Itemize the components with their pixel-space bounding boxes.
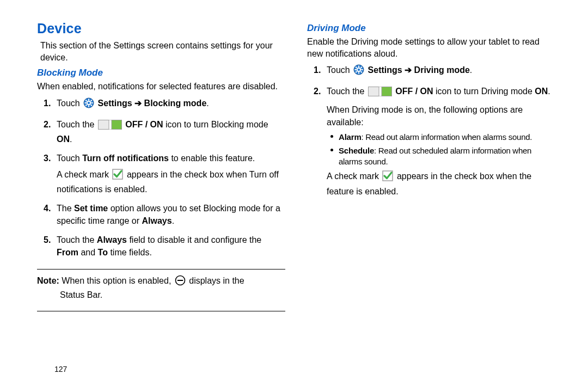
step-bold: OFF / ON (395, 87, 433, 96)
option-name: Schedule (339, 146, 374, 155)
step-text: . (206, 99, 209, 108)
step-text: Touch the (327, 87, 367, 96)
note-divider-top (37, 269, 285, 270)
step-bold: OFF / ON (125, 120, 163, 129)
svg-rect-5 (91, 102, 93, 103)
step-text: . (70, 134, 72, 144)
svg-rect-20 (355, 69, 357, 70)
note-divider-bottom (37, 311, 285, 311)
step-text: icon to turn Blocking mode (163, 120, 268, 129)
subheading-blocking-mode: Blocking Mode (37, 68, 285, 78)
settings-gear-icon (83, 97, 94, 112)
step-bold: Settings ➔ Driving mode (368, 65, 470, 75)
blocking-statusbar-icon (175, 275, 186, 289)
driving-options: Alarm: Read out alarm information when a… (327, 132, 555, 167)
driving-step-1: Touch (327, 64, 555, 78)
driving-steps: Touch (307, 64, 555, 198)
step-text: Touch (327, 65, 352, 75)
page-number: 127 (54, 365, 67, 373)
step-bold: ON (57, 134, 70, 144)
step-bold: ON (535, 87, 548, 96)
blocking-steps: Touch (37, 97, 285, 259)
step-subtext: When Driving mode is on, the following o… (327, 103, 555, 128)
step-subtext: A check mark appears in the check box wh… (57, 168, 285, 195)
step-bold: Always (142, 216, 172, 225)
step-bold: Set time (74, 204, 108, 213)
svg-rect-4 (85, 102, 87, 103)
svg-rect-21 (362, 69, 363, 70)
step-text: . (470, 65, 472, 75)
svg-rect-19 (358, 72, 359, 74)
svg-rect-3 (88, 105, 89, 107)
step-text: . (548, 87, 550, 96)
note-text: When this option is enabled, (59, 276, 174, 285)
option-name: Alarm (339, 132, 362, 142)
option-alarm: Alarm: Read out alarm information when a… (339, 132, 555, 143)
note-label: Note: (37, 276, 59, 285)
svg-rect-12 (109, 120, 112, 130)
step-bold: Turn off notifications (82, 154, 169, 163)
section-heading-device: Device (37, 21, 285, 36)
blocking-step-2: Touch the OFF / ON icon to turn Blocking… (57, 118, 285, 145)
step-text: . (172, 216, 174, 225)
checkmark-icon (112, 169, 123, 183)
step-text: Touch the (57, 120, 97, 129)
step-bold: From (57, 248, 78, 257)
svg-rect-18 (358, 66, 359, 68)
step-bold: To (98, 248, 108, 257)
step-text: field to disable it and configure the (127, 235, 261, 244)
toggle-on-icon (368, 87, 392, 100)
settings-gear-icon (353, 64, 364, 78)
note-text: displays in the (189, 276, 244, 285)
driving-intro: Enable the Driving mode settings to allo… (307, 36, 555, 59)
step-text: Touch (57, 154, 82, 163)
blocking-step-5: Touch the Always field to disable it and… (57, 234, 285, 259)
option-desc: : Read out alarm information when alarms… (362, 132, 532, 142)
step-text: time fields. (108, 248, 152, 257)
blocking-step-3: Touch Turn off notifications to enable t… (57, 152, 285, 195)
note-block: Note: When this option is enabled, displ… (37, 274, 285, 305)
svg-rect-15 (177, 280, 183, 281)
option-schedule: Schedule: Read out scheduled alarm infor… (339, 145, 555, 167)
step-bold: Settings ➔ Blocking mode (98, 99, 207, 108)
blocking-step-1: Touch (57, 97, 285, 112)
svg-rect-28 (379, 87, 382, 96)
driving-tail: A check mark appears in the check box wh… (327, 170, 555, 197)
device-intro: This section of the Settings screen cont… (37, 40, 285, 63)
step-text: Touch (57, 99, 82, 108)
checkmark-icon (382, 170, 393, 185)
toggle-on-icon (98, 120, 122, 133)
note-text-cont: Status Bar. (37, 289, 285, 301)
step-text: to enable this feature. (169, 154, 255, 163)
svg-rect-2 (88, 99, 89, 100)
step-text: The (57, 204, 74, 213)
step-text: and (78, 248, 98, 257)
driving-step-2: Touch the OFF / ON icon to turn Driving … (327, 85, 555, 197)
tail-text: A check mark (327, 171, 381, 181)
step-text: icon to turn Driving mode (433, 87, 535, 96)
subheading-driving-mode: Driving Mode (307, 23, 555, 34)
blocking-step-4: The Set time option allows you to set Bl… (57, 202, 285, 227)
blocking-intro: When enabled, notifications for selected… (37, 81, 285, 93)
step-text: Touch the (57, 235, 97, 244)
step-bold: Always (97, 235, 127, 244)
sub-text: A check mark (57, 170, 111, 179)
